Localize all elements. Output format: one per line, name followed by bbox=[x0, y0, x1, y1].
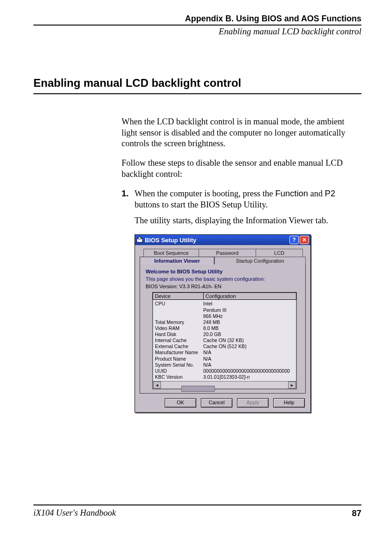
app-icon bbox=[136, 237, 143, 243]
config-table: Device Configuration CPUIntelPentium III… bbox=[152, 292, 297, 389]
tab-panel: Welcome to BIOS Setup Utility This page … bbox=[140, 264, 306, 394]
panel-welcome: Welcome to BIOS Setup Utility bbox=[146, 269, 300, 274]
tab-lcd[interactable]: LCD bbox=[256, 249, 303, 257]
step-1-text-b: and bbox=[308, 189, 325, 198]
scroll-right-button[interactable]: ► bbox=[288, 382, 296, 388]
cell-configuration: 00000000000000000000000000000000 bbox=[203, 368, 294, 374]
scroll-left-button[interactable]: ◄ bbox=[153, 382, 161, 388]
step-1-line-1: When the computer is booting, press the … bbox=[135, 188, 361, 210]
step-1-text-a: When the computer is booting, press the bbox=[135, 189, 275, 198]
cell-configuration: Cache ON (32 KB) bbox=[203, 337, 294, 343]
table-row: Pentium III bbox=[153, 307, 296, 313]
cell-device: External Cache bbox=[155, 343, 203, 349]
table-row: UUID00000000000000000000000000000000 bbox=[153, 368, 296, 374]
table-row: Video RAM8.0 MB bbox=[153, 325, 296, 331]
intro-paragraph-1: When the LCD backlight control is in man… bbox=[122, 116, 361, 149]
footer-rule bbox=[33, 505, 361, 505]
cell-device bbox=[155, 313, 203, 319]
cell-configuration: Pentium III bbox=[203, 307, 294, 313]
cell-configuration: Intel bbox=[203, 301, 294, 307]
table-row: Total Memory248 MB bbox=[153, 319, 296, 325]
running-header-chapter: Appendix B. Using BIOS and AOS Functions bbox=[33, 14, 361, 24]
cell-configuration: N/A bbox=[203, 356, 294, 362]
th-device[interactable]: Device bbox=[153, 292, 204, 300]
titlebar-close-button[interactable]: ✕ bbox=[300, 236, 309, 244]
intro-paragraph-2: Follow these steps to disable the sensor… bbox=[122, 158, 361, 180]
step-1-text-c: buttons to start the BIOS Setup Utility. bbox=[135, 200, 268, 209]
page-title: Enabling manual LCD backlight control bbox=[33, 77, 361, 90]
scroll-thumb[interactable] bbox=[181, 386, 215, 392]
table-row: KBC Version3.01.01[012303-02]-n bbox=[153, 374, 296, 380]
table-row: Manufacturer NameN/A bbox=[153, 349, 296, 356]
cell-configuration: 248 MB bbox=[203, 319, 294, 325]
table-row: 866 MHz bbox=[153, 313, 296, 319]
window-title: BIOS Setup Utility bbox=[145, 237, 289, 244]
cell-device: System Serial No. bbox=[155, 362, 203, 368]
p2-key-label: P2 bbox=[325, 188, 335, 198]
cell-configuration: N/A bbox=[203, 362, 294, 368]
titlebar-help-button[interactable]: ? bbox=[289, 236, 299, 244]
cell-device: UUID bbox=[155, 368, 203, 374]
help-button[interactable]: Help bbox=[273, 398, 305, 408]
running-header-section: Enabling manual LCD backlight control bbox=[33, 26, 361, 37]
title-rule bbox=[33, 93, 361, 94]
table-row: CPUIntel bbox=[153, 301, 296, 307]
table-row: Internal CacheCache ON (32 KB) bbox=[153, 337, 296, 343]
cell-configuration: 866 MHz bbox=[203, 313, 294, 319]
cell-device: Hard Disk bbox=[155, 331, 203, 337]
horizontal-scrollbar[interactable]: ◄ ► bbox=[153, 382, 296, 389]
cell-device: KBC Version bbox=[155, 374, 203, 380]
table-row: External CacheCache ON (512 KB) bbox=[153, 343, 296, 349]
tab-startup-configuration[interactable]: Startup Configuration bbox=[214, 257, 306, 265]
th-configuration[interactable]: Configuration bbox=[204, 292, 296, 300]
table-row: Product NameN/A bbox=[153, 356, 296, 362]
footer-book-title: iX104 User's Handbook bbox=[33, 508, 116, 518]
step-number: 1. bbox=[122, 188, 135, 231]
cell-device: Total Memory bbox=[155, 319, 203, 325]
tab-password[interactable]: Password bbox=[199, 249, 256, 257]
cell-device: Internal Cache bbox=[155, 337, 203, 343]
bios-screenshot: BIOS Setup Utility ? ✕ Boot Sequence Pas… bbox=[135, 234, 361, 413]
cell-device: Product Name bbox=[155, 356, 203, 362]
cell-device: Manufacturer Name bbox=[155, 349, 203, 356]
function-key-label: Function bbox=[275, 188, 308, 198]
cell-configuration: 20.0 GB bbox=[203, 331, 294, 337]
ok-button[interactable]: OK bbox=[165, 398, 196, 408]
tab-information-viewer[interactable]: Information Viewer bbox=[140, 257, 214, 265]
cell-device bbox=[155, 307, 203, 313]
footer-page-number: 87 bbox=[352, 508, 361, 518]
cell-configuration: 8.0 MB bbox=[203, 325, 294, 331]
cell-configuration: N/A bbox=[203, 349, 294, 356]
cancel-button[interactable]: Cancel bbox=[201, 398, 232, 408]
cell-device: Video RAM bbox=[155, 325, 203, 331]
tab-boot-sequence[interactable]: Boot Sequence bbox=[143, 249, 199, 257]
apply-button[interactable]: Apply bbox=[237, 398, 269, 408]
panel-desc: This page shows you the basic system con… bbox=[146, 276, 300, 282]
table-row: System Serial No.N/A bbox=[153, 362, 296, 368]
cell-device: CPU bbox=[155, 301, 203, 307]
table-row: Hard Disk20.0 GB bbox=[153, 331, 296, 337]
header-rule bbox=[33, 25, 361, 26]
cell-configuration: 3.01.01[012303-02]-n bbox=[203, 374, 294, 380]
svg-rect-1 bbox=[138, 237, 141, 239]
cell-configuration: Cache ON (512 KB) bbox=[203, 343, 294, 349]
window-titlebar[interactable]: BIOS Setup Utility ? ✕ bbox=[135, 235, 310, 245]
step-1-line-2: The utility starts, displaying the Infor… bbox=[135, 215, 361, 226]
bios-version: BIOS Version: V3.3 R01-A1h- EN bbox=[146, 284, 300, 289]
